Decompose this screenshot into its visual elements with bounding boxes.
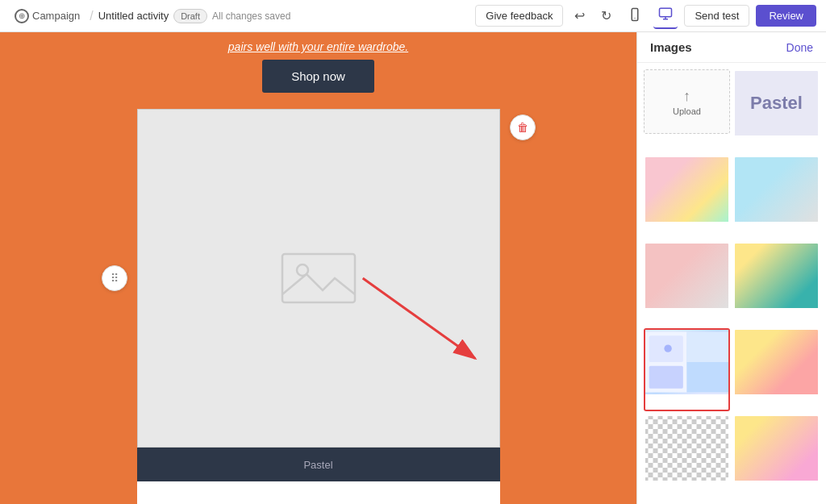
header-right: Give feedback ↩ ↻ Send test Review <box>475 3 816 29</box>
activity-name: Untitled activity <box>98 10 169 22</box>
svg-rect-2 <box>660 8 672 17</box>
image-thumbnail-colorful <box>645 157 728 222</box>
desktop-preview-button[interactable] <box>653 3 678 29</box>
drag-dots-icon: ⠿ <box>111 272 118 285</box>
delete-icon: 🗑 <box>517 121 528 134</box>
upload-icon: ↑ <box>683 88 690 105</box>
email-top-text: pairs well with your entire wardrobe. <box>153 40 484 53</box>
svg-rect-11 <box>687 362 729 392</box>
image-thumbnail-pink-legs <box>645 244 728 308</box>
right-panel: Images Done ↑ Upload Pastel <box>636 32 826 504</box>
image-thumbnail-white-room <box>645 416 728 481</box>
image-cell-colorful[interactable] <box>644 156 730 239</box>
image-cell-shoes[interactable] <box>733 156 820 239</box>
undo-button[interactable]: ↩ <box>569 5 590 27</box>
svg-rect-5 <box>282 254 355 302</box>
header-left: ⊕ Campaign / Untitled activity Draft All… <box>10 6 469 27</box>
main-area: pairs well with your entire wardrobe. Sh… <box>0 32 826 504</box>
image-cell-sitting[interactable] <box>733 328 820 411</box>
image-thumbnail-pastel: Pastel <box>735 71 818 135</box>
svg-rect-10 <box>687 332 729 362</box>
svg-line-8 <box>362 278 474 359</box>
svg-point-14 <box>664 344 671 352</box>
email-footer: Pastel <box>137 448 500 481</box>
image-cell-white-room[interactable] <box>644 414 730 498</box>
app-header: ⊕ Campaign / Untitled activity Draft All… <box>0 0 826 32</box>
campaign-label: Campaign <box>32 10 80 22</box>
saved-status: All changes saved <box>212 10 290 22</box>
review-button[interactable]: Review <box>756 5 816 27</box>
image-thumbnail-yellow-outfit <box>735 244 818 308</box>
image-grid: ↑ Upload Pastel <box>637 63 826 504</box>
shop-now-button[interactable]: Shop now <box>262 60 374 93</box>
image-thumbnail-shoes <box>735 157 818 222</box>
upload-label: Upload <box>673 106 701 116</box>
image-cell-yellow-outfit[interactable] <box>733 242 820 325</box>
campaign-button[interactable]: ⊕ Campaign <box>10 6 85 27</box>
footer-text: Pastel <box>303 459 332 471</box>
done-button[interactable]: Done <box>786 41 813 54</box>
canvas-area: pairs well with your entire wardrobe. Sh… <box>0 32 636 504</box>
image-cell-selected[interactable] <box>644 328 730 411</box>
image-thumbnail-macarons <box>735 416 818 481</box>
upload-cell[interactable]: ↑ Upload <box>644 69 730 134</box>
redo-button[interactable]: ↻ <box>596 5 616 27</box>
image-thumbnail-sitting <box>735 330 818 394</box>
image-cell-pink-legs[interactable] <box>644 242 730 325</box>
image-cell-macarons[interactable] <box>733 414 820 498</box>
draft-badge: Draft <box>173 9 207 23</box>
svg-rect-0 <box>632 8 639 20</box>
email-top-section: pairs well with your entire wardrobe. Sh… <box>137 32 500 109</box>
image-thumbnail-selected <box>645 330 728 394</box>
delete-handle[interactable]: 🗑 <box>510 115 536 140</box>
svg-rect-13 <box>649 366 683 389</box>
send-test-button[interactable]: Send test <box>684 5 749 27</box>
drag-handle[interactable]: ⠿ <box>102 265 127 291</box>
email-canvas: pairs well with your entire wardrobe. Sh… <box>137 32 500 504</box>
mobile-preview-button[interactable] <box>623 4 647 28</box>
image-placeholder <box>278 250 359 306</box>
panel-header: Images Done <box>637 32 826 63</box>
campaign-icon: ⊕ <box>15 9 29 23</box>
give-feedback-button[interactable]: Give feedback <box>475 5 563 27</box>
panel-title: Images <box>650 40 692 54</box>
image-section[interactable]: ⠿ 🗑 <box>137 109 500 448</box>
image-cell-pastel-text[interactable]: Pastel <box>733 69 820 152</box>
breadcrumb-separator: / <box>90 9 93 23</box>
